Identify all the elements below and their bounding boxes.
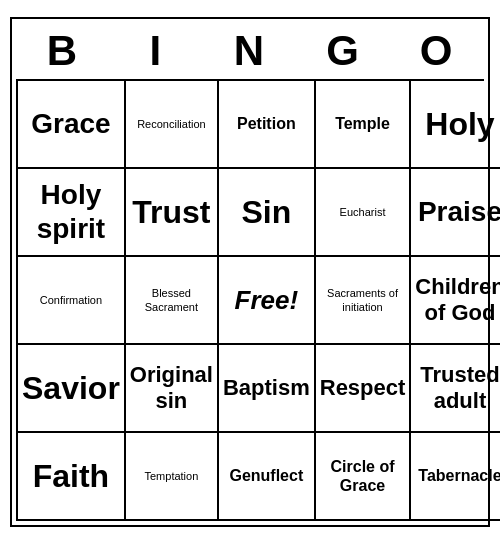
cell-1-2: Sin [219, 169, 316, 257]
header-g: G [297, 23, 391, 79]
cell-0-3: Temple [316, 81, 412, 169]
cell-3-1: Original sin [126, 345, 219, 433]
cell-2-0: Confirmation [18, 257, 126, 345]
cell-0-1: Reconciliation [126, 81, 219, 169]
header-o: O [390, 23, 484, 79]
bingo-header: B I N G O [16, 23, 484, 79]
cell-3-4: Trusted adult [411, 345, 500, 433]
cell-2-2-free: Free! [219, 257, 316, 345]
cell-2-3: Sacraments of initiation [316, 257, 412, 345]
cell-3-3: Respect [316, 345, 412, 433]
cell-1-1: Trust [126, 169, 219, 257]
header-b: B [16, 23, 110, 79]
cell-0-4: Holy [411, 81, 500, 169]
cell-1-0: Holy spirit [18, 169, 126, 257]
cell-2-4: Children of God [411, 257, 500, 345]
cell-3-2: Baptism [219, 345, 316, 433]
cell-3-0: Savior [18, 345, 126, 433]
cell-4-3: Circle of Grace [316, 433, 412, 521]
cell-4-0: Faith [18, 433, 126, 521]
cell-4-2: Genuflect [219, 433, 316, 521]
cell-4-4: Tabernacle [411, 433, 500, 521]
cell-1-3: Eucharist [316, 169, 412, 257]
header-i: I [110, 23, 204, 79]
cell-0-2: Petition [219, 81, 316, 169]
bingo-card: B I N G O Grace Reconciliation Petition … [10, 17, 490, 527]
cell-4-1: Temptation [126, 433, 219, 521]
cell-0-0: Grace [18, 81, 126, 169]
header-n: N [203, 23, 297, 79]
cell-1-4: Praise [411, 169, 500, 257]
bingo-grid: Grace Reconciliation Petition Temple Hol… [16, 79, 484, 521]
cell-2-1: Blessed Sacrament [126, 257, 219, 345]
